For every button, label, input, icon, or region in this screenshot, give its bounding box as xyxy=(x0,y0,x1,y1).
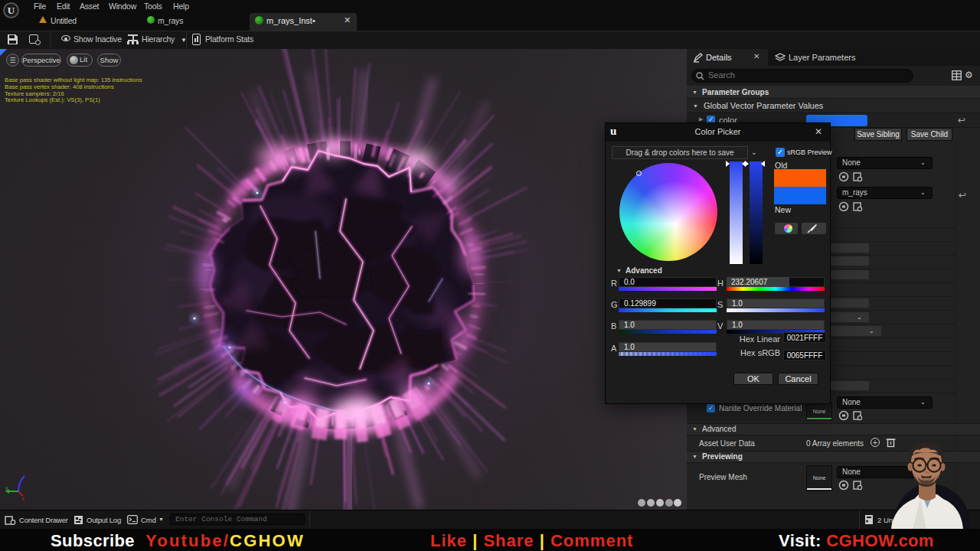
svg-text:x: x xyxy=(21,495,24,500)
svg-text:y: y xyxy=(5,485,8,491)
